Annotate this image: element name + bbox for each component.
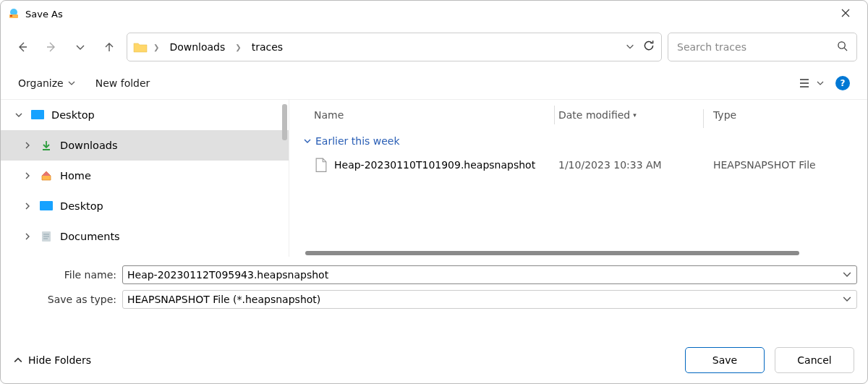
file-name: Heap-20230110T101909.heapsnapshot — [334, 159, 535, 171]
chevron-right-icon — [22, 233, 33, 240]
save-button[interactable]: Save — [685, 347, 765, 373]
saveastype-select[interactable]: HEAPSNAPSHOT File (*.heapsnapshot) — [122, 290, 857, 309]
column-name[interactable]: Name — [289, 109, 558, 121]
up-button[interactable] — [98, 35, 121, 59]
hide-folders-label: Hide Folders — [28, 354, 91, 366]
app-icon — [8, 8, 20, 20]
chevron-down-icon — [14, 111, 24, 119]
breadcrumb-item-downloads[interactable]: Downloads — [165, 38, 229, 56]
search-box[interactable] — [668, 33, 857, 61]
column-type[interactable]: Type — [703, 109, 736, 121]
chevron-right-icon — [22, 172, 33, 179]
organize-button[interactable]: Organize — [18, 77, 75, 89]
file-icon — [315, 158, 327, 172]
close-button[interactable] — [831, 8, 860, 20]
file-type: HEAPSNAPSHOT File — [703, 159, 816, 171]
svg-rect-2 — [10, 15, 12, 17]
sidebar-item-label: Desktop — [60, 200, 103, 212]
sidebar-item-label: Home — [60, 170, 91, 182]
column-headers: Name Date modified ▾ Type — [289, 100, 867, 130]
footer: Hide Folders Save Cancel — [1, 337, 867, 383]
help-button[interactable]: ? — [835, 76, 850, 90]
navbar: ❯ Downloads ❯ traces — [1, 27, 867, 67]
desktop-icon — [31, 110, 44, 120]
chevron-right-icon — [22, 202, 33, 210]
organize-label: Organize — [18, 77, 64, 89]
folder-icon — [133, 41, 148, 53]
group-label: Earlier this week — [315, 135, 400, 147]
home-icon — [40, 170, 53, 182]
chevron-down-icon[interactable] — [843, 293, 851, 307]
chevron-right-icon — [22, 142, 33, 149]
filename-label: File name: — [11, 269, 116, 281]
horizontal-scrollbar[interactable] — [305, 251, 799, 255]
list-view-icon — [799, 78, 812, 88]
forward-button[interactable] — [40, 35, 63, 59]
breadcrumb[interactable]: ❯ Downloads ❯ traces — [127, 33, 662, 61]
sort-desc-icon: ▾ — [633, 111, 637, 119]
chevron-down-icon — [68, 80, 75, 87]
refresh-button[interactable] — [642, 39, 655, 55]
search-input[interactable] — [677, 41, 837, 53]
content-area: Desktop Downloads Home Desktop Documents… — [1, 99, 867, 257]
breadcrumb-dropdown[interactable] — [625, 40, 635, 54]
chevron-down-icon[interactable] — [843, 268, 851, 282]
search-icon — [837, 40, 848, 54]
sidebar-item-home[interactable]: Home — [1, 161, 289, 191]
sidebar-scrollbar[interactable] — [282, 104, 287, 140]
new-folder-label: New folder — [95, 77, 150, 89]
file-date: 1/10/2023 10:33 AM — [558, 159, 703, 171]
sidebar-item-desktop-2[interactable]: Desktop — [1, 191, 289, 221]
chevron-right-icon: ❯ — [235, 43, 241, 51]
column-date[interactable]: Date modified ▾ — [558, 109, 703, 121]
new-folder-button[interactable]: New folder — [95, 77, 150, 89]
download-icon — [40, 140, 53, 151]
group-header[interactable]: Earlier this week — [289, 130, 867, 152]
file-pane: Name Date modified ▾ Type Earlier this w… — [289, 100, 867, 257]
saveastype-label: Save as type: — [11, 294, 116, 305]
file-row[interactable]: Heap-20230110T101909.heapsnapshot 1/10/2… — [289, 152, 867, 178]
sidebar: Desktop Downloads Home Desktop Documents — [1, 100, 289, 257]
window-title: Save As — [25, 9, 831, 20]
desktop-icon — [40, 201, 53, 211]
svg-rect-4 — [31, 110, 44, 119]
titlebar: Save As — [1, 1, 867, 27]
sidebar-item-label: Documents — [60, 231, 120, 242]
back-button[interactable] — [11, 35, 34, 59]
form-area: File name: Save as type: HEAPSNAPSHOT Fi… — [1, 257, 867, 316]
toolbar: Organize New folder ? — [1, 67, 867, 99]
view-button[interactable] — [799, 78, 824, 88]
sidebar-item-label: Downloads — [60, 140, 118, 151]
svg-rect-5 — [40, 201, 53, 210]
sidebar-item-label: Desktop — [51, 109, 95, 121]
cancel-button[interactable]: Cancel — [775, 347, 854, 373]
sidebar-item-documents[interactable]: Documents — [1, 221, 289, 252]
chevron-right-icon: ❯ — [153, 43, 159, 51]
hide-folders-button[interactable]: Hide Folders — [14, 354, 91, 366]
chevron-down-icon — [817, 80, 824, 87]
breadcrumb-item-traces[interactable]: traces — [247, 38, 287, 56]
svg-point-3 — [838, 41, 845, 48]
recent-dropdown[interactable] — [69, 35, 92, 59]
documents-icon — [40, 231, 53, 242]
sidebar-item-downloads[interactable]: Downloads — [1, 130, 289, 161]
sidebar-item-desktop[interactable]: Desktop — [1, 100, 289, 130]
chevron-down-icon — [304, 137, 311, 145]
chevron-up-icon — [14, 356, 22, 364]
filename-input[interactable] — [122, 265, 857, 284]
